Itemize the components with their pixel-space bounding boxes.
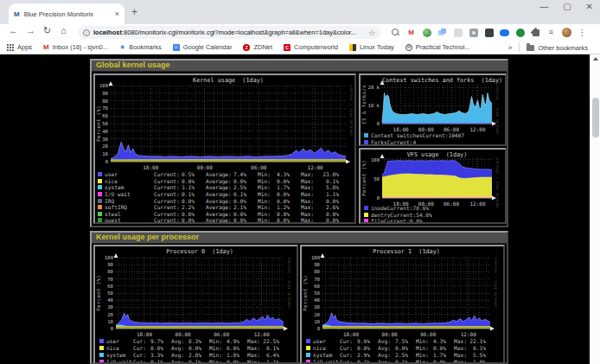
tab-copies-extension-icon[interactable] — [437, 28, 447, 37]
legend-stat: Avg:0.1% — [171, 359, 201, 364]
legend-swatch — [99, 339, 104, 343]
chart-processor-1[interactable]: 010203040506070809010018:0000:0006:0012:… — [300, 245, 505, 364]
legend-stat: Cur:0.0% — [340, 345, 370, 351]
svg-text:80: 80 — [314, 269, 320, 274]
url-text[interactable]: localhost:8080/monitorix-cgi/monitorix.c… — [93, 29, 365, 36]
legend-stat: Min:0.0% — [258, 178, 290, 184]
tab-close-icon[interactable]: × — [115, 10, 119, 18]
legend-stat: Current:3.1% — [154, 184, 195, 190]
svg-text:20: 20 — [102, 144, 108, 149]
bookmark-star-icon[interactable] — [368, 29, 375, 37]
svg-text:50: 50 — [314, 291, 320, 296]
reload-icon[interactable] — [43, 25, 51, 36]
legend-stat: Cur:0.1% — [133, 359, 163, 364]
gray-square-extension-icon[interactable] — [454, 29, 463, 37]
legend-stat: Max:0.0% — [301, 198, 339, 204]
page-info-icon[interactable]: i — [83, 29, 90, 36]
scrollbar-thumb[interactable] — [592, 98, 599, 137]
y-axis-label: Percent (%) — [361, 158, 367, 198]
legend-row: stealCurrent:0.0%Average:0.0%Min:0.0%Max… — [95, 211, 354, 218]
legend-row: guestCurrent:0.0%Average:0.0%Min:0.0%Max… — [95, 217, 354, 224]
browser-tab[interactable]: M Blue Precision Monitorix × — [9, 3, 124, 24]
legend-stat: Min:0.0% — [258, 211, 290, 217]
minimize-button[interactable]: — — [539, 2, 548, 11]
svg-text:30: 30 — [314, 304, 320, 310]
back-icon[interactable] — [9, 25, 18, 35]
scrollbar-up-arrow[interactable] — [593, 57, 598, 61]
page-scrollbar[interactable] — [590, 54, 600, 364]
legend-stat: Current:70.6% — [387, 205, 429, 211]
svg-text:30: 30 — [102, 137, 108, 142]
bookmark-zdnet[interactable]: ZZDNet — [243, 43, 272, 51]
green-circle-extension-icon[interactable] — [516, 29, 525, 37]
legend-row: systemCurrent:3.1%Average:2.5%Min:1.7%Ma… — [95, 184, 354, 191]
legend-row: niceCurrent:0.0%Average:0.0%Min:0.0%Max:… — [95, 178, 354, 185]
y-axis-label: CS & forks/s — [361, 85, 367, 124]
svg-text:20 k: 20 k — [368, 85, 380, 90]
bookmarks-overflow-icon[interactable] — [507, 43, 512, 52]
address-bar[interactable]: i localhost:8080/monitorix-cgi/monitorix… — [78, 26, 380, 39]
svg-text:40: 40 — [107, 297, 113, 303]
legend-stat: Cur:9.0% — [340, 338, 370, 344]
other-bookmarks[interactable]: Other bookmarks — [527, 44, 588, 52]
extensions-puzzle-icon[interactable] — [533, 29, 539, 36]
legend-label: user — [106, 338, 133, 344]
legend-stat: Avg:0.0% — [171, 345, 201, 351]
chart-vfs-usage[interactable]: 05010018:0000:0006:0012:00VFS usage (1da… — [359, 148, 507, 224]
svg-text:70: 70 — [107, 277, 113, 282]
forward-icon[interactable] — [26, 25, 35, 35]
svg-text:0: 0 — [377, 121, 380, 126]
gray-badge-extension-icon[interactable] — [469, 29, 478, 37]
legend-stat: Min:0.0% — [258, 217, 290, 223]
bookmark-inbox[interactable]: MInbox (16) - sjvn0... — [43, 43, 108, 51]
legend-stat: Avg:0.1% — [378, 359, 408, 364]
bookmark-linux-today[interactable]: Linux Today — [349, 43, 394, 51]
chart-kernel-usage[interactable]: 010203040506070809010018:0000:0006:0012:… — [93, 73, 356, 224]
svg-text:50: 50 — [107, 291, 113, 296]
reading-list-icon[interactable] — [546, 28, 556, 37]
legend-row: I/O waitCurrent:0.1%Average:0.1%Min:0.0%… — [95, 191, 354, 198]
legend-stat: Current:0.0% — [154, 198, 195, 204]
search-extension-icon[interactable] — [391, 28, 400, 37]
browser-window: M Blue Precision Monitorix × + — ▢ ✕ i l… — [0, 0, 600, 364]
bookmark-google-calendar[interactable]: 31Google Calendar — [173, 43, 233, 51]
svg-text:70: 70 — [314, 277, 320, 282]
legend-stat: Cur:3.3% — [133, 352, 163, 358]
legend-swatch — [99, 346, 104, 350]
blue-pill-extension-icon[interactable] — [500, 29, 509, 36]
legend-stat: Cur:0.0% — [133, 345, 163, 351]
chart-context-switches-forks[interactable]: 010 k20 k18:0000:0006:0012:00Context swi… — [359, 73, 507, 146]
svg-text:20: 20 — [107, 312, 113, 317]
bookmark-bookmarks[interactable]: Bookmarks — [119, 43, 162, 51]
legend-label: inode — [371, 205, 387, 211]
chart-processor-0[interactable]: 010203040506070809010018:0000:0006:0012:… — [93, 245, 298, 364]
bookmark-practical-technology[interactable]: WPractical Technol... — [405, 43, 470, 51]
browser-menu-icon[interactable] — [578, 28, 587, 37]
green-sphere-extension-icon[interactable] — [423, 29, 431, 37]
home-icon[interactable] — [61, 25, 67, 35]
legend-stat: Min:0.0% — [416, 359, 446, 364]
dark-square-extension-icon[interactable] — [485, 29, 494, 37]
legend-swatch — [98, 212, 102, 216]
profile-avatar[interactable] — [562, 28, 571, 37]
gmail-extension-icon[interactable]: M — [406, 28, 416, 37]
legend-stat: Current:0.0% — [154, 211, 195, 217]
svg-text:10: 10 — [102, 151, 108, 156]
legend-swatch — [99, 353, 104, 357]
chart-legend: userCur:9.0%Avg:7.5%Min:4.3%Max:22.1%nic… — [302, 337, 503, 364]
chart-title: Kernel usage (1day) — [111, 77, 346, 84]
legend-stat: Avg:7.5% — [378, 338, 408, 344]
legend-stat: Average:2.5% — [206, 184, 246, 190]
maximize-button[interactable]: ▢ — [563, 2, 571, 11]
svg-text:12:00: 12:00 — [461, 331, 476, 337]
close-button[interactable]: ✕ — [586, 2, 593, 11]
legend-swatch — [98, 192, 102, 196]
svg-text:10: 10 — [314, 319, 320, 324]
legend-swatch — [306, 360, 310, 364]
apps-shortcut[interactable]: Apps — [7, 43, 32, 51]
chart-legend: Context switchesCurrent:10407ForksCurren… — [361, 131, 505, 145]
new-tab-button[interactable]: + — [131, 6, 137, 18]
svg-text:100: 100 — [371, 157, 380, 163]
bookmark-computerworld[interactable]: CComputerworld — [284, 43, 338, 51]
svg-text:00:00: 00:00 — [176, 331, 191, 337]
